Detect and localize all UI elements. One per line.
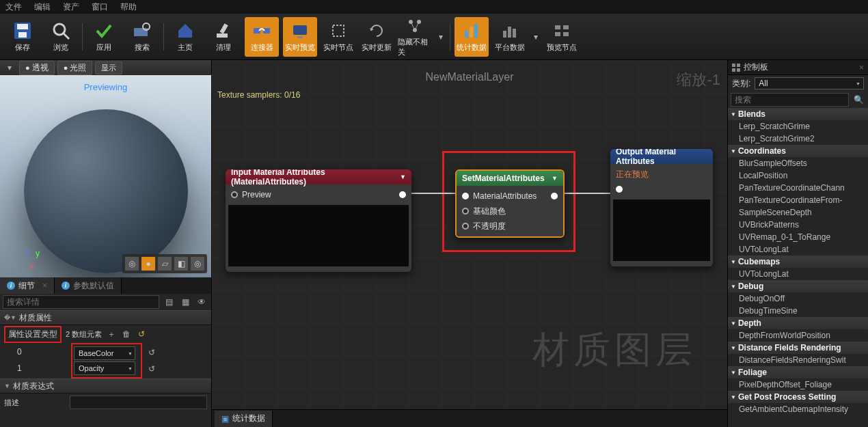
- palette-item[interactable]: GetAmbientCubemapIntensity: [728, 403, 868, 415]
- palette-group[interactable]: ▼Foliage: [728, 366, 868, 378]
- palette-item[interactable]: Lerp_ScratchGrime2: [728, 133, 868, 145]
- tab-param-defaults[interactable]: i参数默认值: [55, 277, 122, 294]
- palette-item[interactable]: DebugTimeSine: [728, 305, 868, 317]
- shape-sphere[interactable]: ●: [141, 256, 156, 271]
- show-button[interactable]: 显示: [95, 61, 122, 74]
- palette-group[interactable]: ▼Debug: [728, 280, 868, 292]
- palette-item[interactable]: UVBrickPatterns: [728, 219, 868, 231]
- home-button[interactable]: 主页: [168, 17, 202, 57]
- palette-item[interactable]: LocalPosition: [728, 169, 868, 182]
- desc-input[interactable]: [70, 396, 207, 409]
- menu-file[interactable]: 文件: [5, 1, 22, 13]
- reset-icon[interactable]: ↺: [146, 363, 157, 374]
- palette-item[interactable]: Lerp_ScratchGrime: [728, 120, 868, 133]
- palette-group[interactable]: ▼Cubemaps: [728, 256, 868, 268]
- eye-icon[interactable]: 👁: [195, 295, 208, 309]
- node-output-material-attributes[interactable]: Output Material Attributes 正在预览: [610, 149, 713, 266]
- palette-item[interactable]: BlurSampleOffsets: [728, 157, 868, 169]
- shape-cube[interactable]: ◧: [174, 256, 189, 271]
- watermark: 材质图层: [532, 325, 696, 375]
- close-icon[interactable]: ×: [42, 281, 47, 290]
- save-button[interactable]: 保存: [5, 17, 40, 57]
- preview-node-button[interactable]: 预览节点: [545, 17, 579, 57]
- material-graph[interactable]: NewMaterialLayer Texture samplers: 0/16 …: [212, 60, 727, 409]
- preview-sphere: [24, 109, 188, 273]
- palette-search-input[interactable]: [731, 93, 849, 107]
- svg-rect-19: [465, 31, 468, 38]
- search-icon[interactable]: 🔍: [852, 93, 865, 107]
- category-select[interactable]: All: [755, 77, 864, 89]
- svg-rect-28: [563, 32, 569, 36]
- live-preview-button[interactable]: 实时预览: [283, 17, 317, 57]
- section-material-props[interactable]: �▼材质属性: [0, 310, 211, 325]
- reset-icon[interactable]: ↺: [146, 347, 157, 358]
- viewport-menu-icon[interactable]: ▾: [3, 61, 16, 74]
- perspective-button[interactable]: ● 透视: [19, 61, 55, 75]
- palette-group[interactable]: ▼Coordinates: [728, 145, 868, 157]
- svg-rect-5: [134, 28, 148, 36]
- stats-button[interactable]: 统计数据: [455, 17, 489, 57]
- palette-group[interactable]: ▼Distance Fields Rendering: [728, 342, 868, 354]
- menu-window[interactable]: 窗口: [92, 1, 108, 13]
- reset-icon[interactable]: ↺: [136, 329, 147, 340]
- previewing-label: Previewing: [0, 82, 211, 92]
- close-icon[interactable]: ×: [859, 63, 864, 72]
- toolbar-dropdown-2[interactable]: ▾: [531, 30, 541, 44]
- palette-item[interactable]: PixelDepthOffset_Foliage: [728, 378, 868, 391]
- connector-button[interactable]: 连接器: [245, 17, 279, 57]
- palette-item[interactable]: DebugOnOff: [728, 292, 868, 305]
- menu-asset[interactable]: 资产: [63, 1, 79, 13]
- menu-help[interactable]: 帮助: [120, 1, 137, 13]
- clean-button[interactable]: 清理: [206, 17, 241, 57]
- menu-edit[interactable]: 编辑: [34, 1, 51, 13]
- shape-cylinder[interactable]: ◎: [124, 256, 139, 271]
- details-search-input[interactable]: [3, 295, 159, 309]
- delete-icon[interactable]: 🗑: [121, 329, 132, 340]
- node-input-material-attributes[interactable]: Input Material Attributes (MaterialAttri…: [226, 169, 411, 272]
- hide-unrelated-button[interactable]: 隐藏不相关: [398, 17, 432, 57]
- palette-item[interactable]: DepthFromWorldPosition: [728, 329, 868, 342]
- svg-rect-8: [217, 33, 228, 38]
- platform-button[interactable]: 平台数据: [493, 17, 527, 57]
- live-update-button[interactable]: 实时更新: [360, 17, 394, 57]
- array-count: 2 数组元素: [66, 329, 102, 340]
- palette-list[interactable]: ▼BlendsLerp_ScratchGrimeLerp_ScratchGrim…: [728, 108, 868, 427]
- palette-group[interactable]: ▼Blends: [728, 108, 868, 120]
- palette-group[interactable]: ▼Get Post Process Setting: [728, 391, 868, 403]
- lighting-button[interactable]: ● 光照: [57, 61, 93, 75]
- svg-rect-27: [555, 32, 560, 36]
- palette-group[interactable]: ▼Depth: [728, 317, 868, 329]
- svg-rect-1: [17, 24, 28, 29]
- graph-title: NewMaterialLayer: [212, 71, 727, 83]
- menu-bar: 文件 编辑 资产 窗口 帮助: [0, 0, 868, 14]
- viewport-toolbar: ▾ ● 透视 ● 光照 显示: [0, 60, 211, 75]
- tab-details[interactable]: i细节×: [0, 277, 55, 294]
- svg-rect-26: [563, 25, 569, 29]
- preview-viewport[interactable]: Previewing z y x ◎ ● ▱ ◧ ◎: [0, 75, 211, 277]
- texture-samplers-label: Texture samplers: 0/16: [217, 90, 300, 100]
- shape-mesh[interactable]: ◎: [190, 256, 205, 271]
- shape-plane[interactable]: ▱: [157, 256, 172, 271]
- palette-header: 控制板 ×: [728, 60, 868, 75]
- add-icon[interactable]: ＋: [106, 329, 117, 340]
- apply-button[interactable]: 应用: [87, 17, 121, 57]
- search-button[interactable]: 搜索: [125, 17, 159, 57]
- palette-item[interactable]: PanTextureCoordinateChann: [728, 182, 868, 194]
- palette-item[interactable]: DistanceFieldsRenderingSwit: [728, 354, 868, 366]
- tab-stats[interactable]: ▣统计数据: [215, 411, 273, 427]
- browse-button[interactable]: 浏览: [44, 17, 78, 57]
- section-material-expr[interactable]: ▼材质表达式: [0, 378, 211, 394]
- filter-icon[interactable]: ▤: [162, 295, 176, 309]
- svg-line-4: [64, 33, 69, 39]
- grid-view-icon[interactable]: ▦: [178, 295, 192, 309]
- live-node-button[interactable]: 实时节点: [321, 17, 355, 57]
- palette-item[interactable]: UVToLongLat: [728, 243, 868, 256]
- node-set-material-attributes[interactable]: SetMaterialAttributes▼ MaterialAttribute…: [455, 169, 565, 238]
- palette-item[interactable]: UVToLongLat: [728, 268, 868, 280]
- toolbar-dropdown-1[interactable]: ▾: [436, 30, 446, 44]
- svg-rect-7: [220, 23, 228, 33]
- palette-item[interactable]: UVRemap_0-1_ToRange: [728, 231, 868, 243]
- palette-item[interactable]: PanTextureCoordinateFrom-: [728, 194, 868, 206]
- svg-rect-13: [333, 25, 344, 36]
- palette-item[interactable]: SampleSceneDepth: [728, 206, 868, 219]
